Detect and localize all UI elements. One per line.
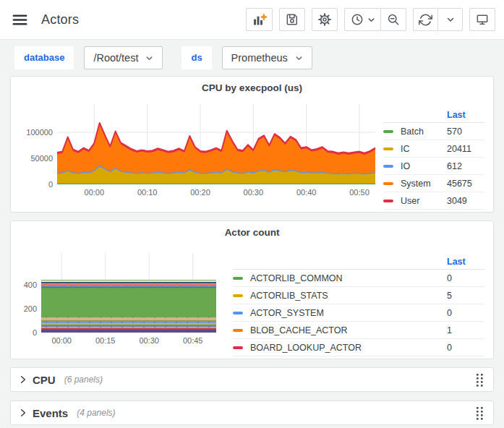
legend-header-row: Last [233, 254, 484, 270]
legend-series-name[interactable]: User [401, 196, 447, 206]
dashboard-header: Actors [0, 0, 504, 40]
legend-series-value: 612 [447, 161, 484, 171]
legend-series-name[interactable]: IC [401, 144, 447, 154]
legend-row: System45675 [383, 175, 484, 192]
legend-series-value: 45675 [447, 179, 484, 189]
panel-cpu-by-execpool: CPU by execpool (us) 05000010000000:0000… [10, 76, 494, 213]
x-axis-tick-label: 00:00 [51, 336, 72, 345]
refresh-interval-button[interactable] [437, 8, 463, 31]
stacked-band [41, 322, 216, 323]
variable-value-ds: Prometheus [231, 52, 288, 64]
actor-count-chart[interactable]: 020040000:0000:1500:3000:45 [12, 239, 233, 352]
legend-sort-last[interactable]: Last [447, 257, 484, 267]
y-axis-tick-label: 200 [24, 304, 37, 313]
chevron-down-icon [446, 15, 455, 24]
row-panel-count: (4 panels) [77, 408, 115, 418]
app-root: Actors [0, 0, 504, 425]
legend-series-name[interactable]: ACTORLIB_STATS [250, 291, 447, 301]
chevron-right-icon [18, 374, 28, 385]
legend-series-value: 0 [447, 308, 484, 318]
hamburger-menu-icon [12, 12, 28, 28]
legend-series-name[interactable]: ACTOR_SYSTEM [250, 308, 447, 318]
menu-toggle-button[interactable] [9, 9, 31, 31]
panel-title[interactable]: Actor count [11, 221, 493, 233]
legend-row: ACTORLIB_COMMON0 [233, 270, 484, 287]
stacked-band [41, 282, 216, 283]
legend-sort-last[interactable]: Last [447, 110, 484, 120]
cpu-legend: LastBatch570IC20411IO612System45675User3… [383, 94, 487, 210]
x-axis-tick-label: 00:10 [137, 188, 158, 197]
series-color-icon [383, 165, 393, 168]
stacked-band [41, 317, 216, 320]
series-color-icon [233, 312, 243, 314]
add-panel-button[interactable] [246, 8, 273, 31]
row-drag-handle[interactable] [474, 404, 486, 422]
legend-series-name[interactable]: IO [401, 161, 447, 171]
time-range-picker-button[interactable] [344, 8, 381, 31]
legend-row: User3049 [383, 192, 484, 210]
y-axis-tick-label: 0 [48, 180, 53, 189]
legend-series-name[interactable]: BLOB_CACHE_ACTOR [250, 325, 447, 335]
legend-series-name[interactable]: Batch [401, 127, 447, 137]
x-axis-tick-label: 00:15 [95, 336, 116, 345]
refresh-dashboard-button[interactable] [413, 8, 438, 31]
series-color-icon [383, 130, 393, 133]
stacked-band [41, 320, 216, 322]
add-panel-icon [252, 12, 267, 27]
cpu-execpool-chart[interactable]: 05000010000000:0000:1000:2000:3000:4000:… [12, 94, 383, 203]
x-axis-tick-label: 00:30 [139, 336, 159, 345]
template-variables-bar: database /Root/test ds Prometheus [0, 40, 504, 76]
y-axis-tick-label: 0 [33, 328, 37, 337]
stacked-band [41, 327, 216, 328]
y-axis-tick-label: 50000 [30, 154, 53, 163]
legend-series-name[interactable]: System [401, 179, 447, 189]
chevron-down-icon [145, 54, 153, 62]
stacked-band [41, 288, 216, 318]
row-drag-handle[interactable] [474, 371, 486, 389]
row-events[interactable]: Events (4 panels) [10, 401, 494, 425]
legend-row: IC20411 [383, 140, 484, 158]
clock-icon [350, 12, 364, 27]
gear-icon [317, 12, 332, 27]
row-cpu[interactable]: CPU (6 panels) [10, 367, 494, 392]
series-color-icon [383, 147, 393, 150]
zoom-out-time-button[interactable] [380, 8, 406, 31]
row-title[interactable]: CPU [33, 374, 56, 386]
legend-header-row: Last [383, 107, 484, 123]
variable-select-database[interactable]: /Root/test [84, 46, 163, 69]
stacked-band [41, 325, 216, 327]
series-color-icon [233, 277, 243, 280]
panel-body: 020040000:0000:1500:3000:45 LastACTORLIB… [11, 239, 493, 359]
legend-series-value: 570 [447, 127, 484, 137]
legend-series-value: 3049 [447, 196, 484, 206]
panel-title[interactable]: CPU by execpool (us) [11, 77, 493, 88]
variable-value-database: /Root/test [93, 52, 138, 64]
legend-row: IO612 [383, 158, 484, 175]
variable-label-ds: ds [181, 46, 211, 69]
dashboard-settings-button[interactable] [312, 8, 338, 31]
actor-legend: LastACTORLIB_COMMON0ACTORLIB_STATS5ACTOR… [233, 239, 487, 356]
stacked-band [41, 281, 216, 282]
dashboard-grid: CPU by execpool (us) 05000010000000:0000… [0, 76, 504, 425]
legend-row: Batch570 [383, 123, 484, 140]
legend-series-name[interactable]: ACTORLIB_COMMON [250, 273, 447, 283]
legend-row: ACTORLIB_STATS5 [233, 287, 484, 304]
row-title[interactable]: Events [33, 407, 68, 419]
panel-body: 05000010000000:0000:1000:2000:3000:4000:… [11, 94, 493, 212]
legend-series-name[interactable]: BOARD_LOOKUP_ACTOR [250, 343, 447, 353]
x-axis-tick-label: 00:45 [183, 336, 203, 345]
legend-row: BOARD_LOOKUP_ACTOR0 [233, 339, 484, 356]
stacked-band [41, 328, 216, 330]
series-color-icon [233, 294, 243, 297]
x-axis-tick-label: 00:50 [349, 188, 370, 197]
kiosk-mode-button[interactable] [469, 8, 495, 31]
time-controls-group [344, 8, 406, 31]
legend-series-value: 1 [447, 325, 484, 335]
save-dashboard-button[interactable] [279, 8, 305, 31]
panel-actor-count: Actor count 020040000:0000:1500:3000:45 … [10, 221, 494, 359]
variable-ds: ds Prometheus [181, 46, 312, 69]
variable-select-ds[interactable]: Prometheus [222, 46, 312, 69]
variable-database: database /Root/test [14, 46, 163, 69]
stacked-band [41, 280, 216, 281]
chevron-right-icon [18, 408, 28, 418]
